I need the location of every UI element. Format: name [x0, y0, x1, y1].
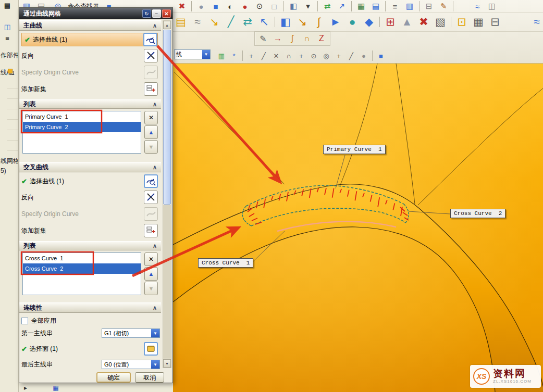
coil-spring-icon[interactable]: ≈: [529, 14, 543, 30]
half-shape-icon[interactable]: ◧: [278, 14, 293, 30]
dialog-collapse-button[interactable]: −: [152, 9, 161, 18]
scrollbar-track[interactable]: [163, 205, 171, 359]
grid-snap-icon[interactable]: ▦: [216, 50, 227, 61]
sweep-arrow-icon[interactable]: ↘: [294, 14, 310, 30]
list-item[interactable]: Cross Curve 1: [23, 253, 141, 263]
annotate-icon[interactable]: ✎: [437, 1, 450, 12]
select-face-button[interactable]: [144, 342, 158, 356]
datum-plane-icon[interactable]: ▤: [173, 14, 189, 30]
panel-box-icon[interactable]: ◫: [2, 22, 13, 31]
collapse-chevron-icon[interactable]: ∧: [153, 305, 157, 311]
primary-list-header[interactable]: 列表 ∧: [19, 99, 161, 109]
type-filter-dropdown-icon[interactable]: ▼: [202, 50, 210, 59]
import-page-icon[interactable]: ↖: [256, 14, 272, 30]
ok-button[interactable]: 确定: [96, 372, 131, 383]
graphics-window[interactable]: Primary Curve 1 Cross Curve 2 Cross Curv…: [172, 64, 543, 392]
snap-circle-icon[interactable]: ◎: [320, 50, 332, 61]
dialog-scrollbar[interactable]: ▲ ▼: [163, 20, 171, 368]
cancel-button[interactable]: 取消: [135, 372, 164, 383]
layers-icon[interactable]: ≡: [388, 1, 402, 12]
page-hatch-icon[interactable]: ▧: [433, 14, 448, 30]
nav-play-icon[interactable]: ▸: [21, 384, 30, 391]
type-filter-combo[interactable]: 线 ▼: [174, 49, 211, 59]
solid-cube-icon[interactable]: ■: [209, 1, 223, 12]
grid-blue-icon[interactable]: ▦: [51, 384, 60, 391]
grid-edit-icon[interactable]: ▦: [471, 14, 486, 30]
snap-arc-icon[interactable]: ∩: [283, 50, 294, 61]
primary-select-curve-row[interactable]: ✔ 选择曲线 (1): [21, 33, 158, 46]
triangle-draft-icon[interactable]: ▲: [399, 14, 415, 30]
cross-select-curve-button[interactable]: [144, 174, 158, 188]
arrow-red-icon[interactable]: →: [271, 32, 285, 45]
view-dropdown-icon[interactable]: ▾: [301, 1, 315, 12]
flag-page-icon[interactable]: ►: [328, 14, 343, 30]
primary-remove-button[interactable]: ✕: [144, 111, 158, 124]
wave-icon[interactable]: ≈: [471, 1, 484, 12]
snap-slash-icon[interactable]: ╱: [345, 50, 357, 61]
snap-endpoint-icon[interactable]: +: [245, 50, 257, 61]
primary-curve-list[interactable]: Primary Curve 1Primary Curve 2: [22, 111, 141, 154]
zigzag-icon[interactable]: Z: [315, 32, 328, 45]
swirl-surface-icon[interactable]: ≈: [190, 14, 205, 30]
edit-curve-icon[interactable]: ✎: [256, 32, 270, 45]
select-face-row[interactable]: ✔ 选择面 (1): [21, 342, 158, 356]
section-header-cross-curves[interactable]: 交叉曲线 ∧: [19, 162, 161, 172]
snap-midpoint-icon[interactable]: +: [295, 50, 307, 61]
render-red-icon[interactable]: ●: [238, 1, 252, 12]
primary-add-new-set-button[interactable]: [144, 82, 158, 96]
sphere-icon[interactable]: ●: [194, 1, 208, 12]
swap-teal-icon[interactable]: ⇄: [240, 14, 255, 30]
first-primary-combo[interactable]: G1 (相切) ▼: [102, 328, 160, 338]
scrollbar-thumb[interactable]: [163, 30, 171, 205]
dialog-reset-button[interactable]: ↻: [142, 9, 151, 18]
snap-intersection-icon[interactable]: ✕: [270, 50, 282, 61]
dialog-titlebar[interactable]: 通过曲线网格 ↻ − ✕: [19, 8, 172, 19]
snap-center-icon[interactable]: ⊙: [308, 50, 319, 61]
render-dark-icon[interactable]: ⊙: [253, 1, 266, 12]
sheet-icon[interactable]: ▤: [369, 1, 382, 12]
panel-sheet-icon[interactable]: ▤: [2, 1, 13, 10]
snap-line-icon[interactable]: ╱: [258, 50, 269, 61]
isometric-view-icon[interactable]: ◧: [287, 1, 300, 12]
cube-blue-icon[interactable]: ◆: [361, 14, 377, 30]
collapse-chevron-icon[interactable]: ∧: [153, 243, 157, 249]
section-header-continuity[interactable]: 连续性 ∧: [19, 302, 161, 313]
shaded-view-icon[interactable]: ◐: [224, 1, 237, 12]
swap-window-icon[interactable]: ⇄: [320, 1, 334, 12]
spline-icon[interactable]: ∫: [286, 32, 299, 45]
collapse-chevron-icon[interactable]: ∧: [153, 22, 157, 29]
view-plane-icon[interactable]: ▥: [403, 1, 416, 12]
grid-table-icon[interactable]: ▦: [354, 1, 368, 12]
box-orange-icon[interactable]: ⊡: [454, 14, 470, 30]
cross-reverse-button[interactable]: [144, 191, 158, 204]
tube-section-icon[interactable]: ◫: [485, 1, 499, 12]
cube-plus-icon[interactable]: ⊞: [382, 14, 398, 30]
curve-integral-icon[interactable]: ∫: [311, 14, 327, 30]
list-item[interactable]: Cross Curve 2: [23, 263, 141, 274]
delete-face-icon[interactable]: ✖: [416, 14, 431, 30]
combo-dropdown-icon[interactable]: ▼: [151, 329, 159, 337]
cross-curve-list[interactable]: Cross Curve 1Cross Curve 2: [22, 252, 141, 295]
last-primary-combo[interactable]: G0 (位置) ▼: [102, 360, 160, 369]
list-item[interactable]: Primary Curve 1: [23, 111, 141, 122]
arc-icon[interactable]: ∩: [300, 32, 314, 45]
close-dialog-icon[interactable]: ✖: [175, 1, 189, 12]
point-dialog-icon[interactable]: *: [228, 50, 240, 61]
apply-all-checkbox[interactable]: [21, 318, 28, 324]
sphere-teal-icon[interactable]: ●: [344, 14, 360, 30]
scrollbar-up-icon[interactable]: ▲: [163, 21, 171, 29]
cross-list-header[interactable]: 列表 ∧: [19, 241, 161, 250]
section-header-primary-curves[interactable]: 主曲线 ∧: [19, 20, 161, 31]
line-teal-icon[interactable]: ╱: [223, 14, 239, 30]
cross-remove-button[interactable]: ✕: [144, 252, 158, 266]
arrow-gold-icon[interactable]: ↘: [206, 14, 222, 30]
combo-dropdown-icon[interactable]: ▼: [151, 360, 159, 369]
primary-select-curve-button[interactable]: [143, 33, 157, 46]
collapse-chevron-icon[interactable]: ∧: [153, 101, 157, 108]
measure-icon[interactable]: ⊟: [422, 1, 436, 12]
primary-move-up-button[interactable]: ▲: [144, 125, 158, 139]
primary-reverse-button[interactable]: [144, 49, 158, 62]
solid-blue-icon[interactable]: ■: [375, 50, 387, 61]
export-view-icon[interactable]: ↗: [335, 1, 349, 12]
panel-list-icon[interactable]: ≡: [2, 33, 13, 43]
